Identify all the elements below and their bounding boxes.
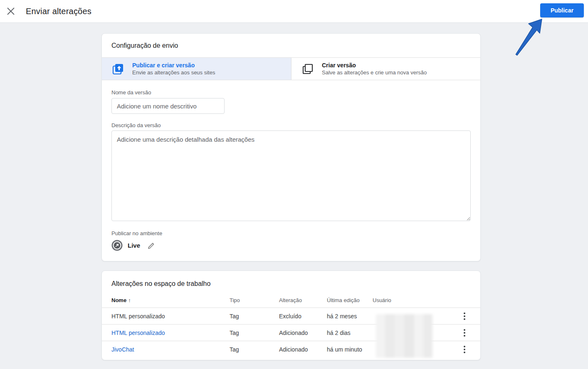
row-type: Tag [230, 313, 279, 320]
environment-row: Live [111, 240, 155, 251]
version-description-label: Descrição da versão [111, 122, 161, 128]
environment-value: Live [128, 242, 140, 249]
row-name[interactable]: JivoChat [111, 346, 230, 353]
column-header-change[interactable]: Alteração [279, 297, 327, 303]
row-type: Tag [230, 330, 279, 336]
column-header-name[interactable]: Nome↑ [111, 297, 230, 303]
row-menu-kebab-icon[interactable] [461, 343, 468, 356]
version-name-label: Nome da versão [111, 89, 151, 96]
tab-publish-create-version[interactable]: Publicar e criar versão Envie as alteraç… [102, 58, 291, 80]
row-change: Adicionado [279, 330, 327, 336]
version-description-textarea[interactable] [111, 130, 471, 221]
publish-environment-label: Publicar no ambiente [111, 230, 162, 236]
workspace-changes-card: Alterações no espaço de trabalho Nome↑ T… [101, 271, 481, 360]
tab-text: Criar versão Salve as alterações e crie … [322, 61, 427, 76]
column-header-type[interactable]: Tipo [230, 297, 279, 303]
row-menu-kebab-icon[interactable] [461, 310, 468, 322]
row-last-edit: há um minuto [327, 346, 373, 353]
row-change: Adicionado [279, 346, 327, 353]
tab-title: Criar versão [322, 61, 427, 69]
row-name[interactable]: HTML personalizado [111, 330, 230, 336]
publish-upload-icon [111, 62, 125, 76]
row-last-edit: há 2 meses [327, 313, 373, 320]
tab-create-version[interactable]: Criar versão Salve as alterações e crie … [291, 58, 480, 80]
row-change: Excluído [279, 313, 327, 320]
row-last-edit: há 2 dias [327, 330, 373, 336]
tab-subtitle: Envie as alterações aos seus sites [132, 69, 215, 76]
top-bar: Enviar alterações Publicar [0, 0, 588, 23]
card-title: Configuração de envio [102, 34, 480, 58]
tab-title: Publicar e criar versão [132, 61, 215, 69]
sort-asc-icon: ↑ [128, 297, 131, 303]
tab-text: Publicar e criar versão Envie as alteraç… [132, 61, 215, 76]
edit-pencil-icon[interactable] [148, 242, 155, 249]
row-type: Tag [230, 346, 279, 353]
live-environment-icon [111, 240, 123, 251]
row-name: HTML personalizado [111, 313, 230, 320]
version-name-input[interactable] [111, 98, 225, 114]
submission-tabs: Publicar e criar versão Envie as alteraç… [102, 58, 480, 80]
close-x-glyph [6, 7, 15, 16]
close-icon[interactable] [6, 6, 16, 16]
table-header-row: Nome↑ Tipo Alteração Última edição Usuár… [102, 293, 480, 308]
column-header-last-edit[interactable]: Última edição [327, 297, 373, 303]
tab-subtitle: Salve as alterações e crie uma nova vers… [322, 69, 427, 76]
card-title: Alterações no espaço de trabalho [102, 271, 480, 293]
user-column-redacted-blur [376, 314, 432, 358]
copy-pages-icon [301, 62, 314, 76]
publish-button[interactable]: Publicar [540, 3, 584, 17]
page-title: Enviar alterações [26, 7, 91, 16]
submission-config-card: Configuração de envio Publicar e criar v… [101, 33, 481, 261]
row-menu-kebab-icon[interactable] [461, 327, 468, 339]
column-header-user[interactable]: Usuário [373, 297, 453, 303]
